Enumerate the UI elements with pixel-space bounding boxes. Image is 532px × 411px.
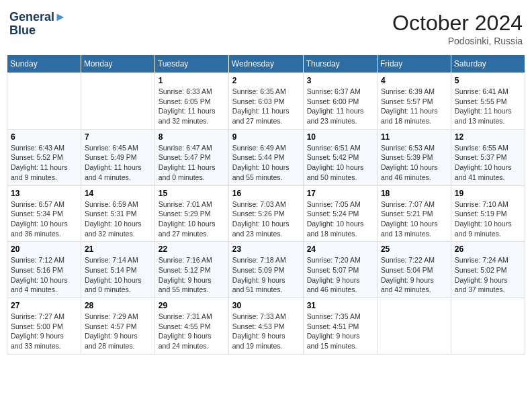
day-number: 8 [159, 132, 225, 142]
calendar-cell: 1Sunrise: 6:33 AM Sunset: 6:05 PM Daylig… [154, 73, 228, 130]
calendar-cell: 14Sunrise: 6:59 AM Sunset: 5:31 PM Dayli… [81, 185, 154, 242]
day-info: Sunrise: 6:35 AM Sunset: 6:03 PM Dayligh… [232, 87, 300, 126]
day-info: Sunrise: 7:03 AM Sunset: 5:26 PM Dayligh… [232, 199, 300, 239]
day-number: 2 [232, 76, 300, 85]
day-info: Sunrise: 7:27 AM Sunset: 5:00 PM Dayligh… [11, 312, 77, 351]
calendar-cell: 17Sunrise: 7:05 AM Sunset: 5:24 PM Dayli… [303, 185, 377, 242]
calendar-header-row: SundayMondayTuesdayWednesdayThursdayFrid… [7, 55, 525, 73]
calendar-header-friday: Friday [377, 55, 451, 73]
calendar-cell: 8Sunrise: 6:47 AM Sunset: 5:47 PM Daylig… [154, 129, 228, 185]
day-number: 12 [455, 132, 521, 142]
calendar-cell: 6Sunrise: 6:43 AM Sunset: 5:52 PM Daylig… [7, 129, 81, 185]
logo: General►Blue [9, 11, 66, 38]
calendar-cell [81, 73, 154, 130]
day-number: 3 [307, 76, 373, 85]
day-info: Sunrise: 6:57 AM Sunset: 5:34 PM Dayligh… [11, 199, 77, 239]
calendar-cell: 12Sunrise: 6:55 AM Sunset: 5:37 PM Dayli… [451, 129, 525, 185]
day-number: 13 [11, 189, 77, 198]
day-number: 14 [85, 189, 151, 198]
day-info: Sunrise: 7:12 AM Sunset: 5:16 PM Dayligh… [11, 255, 77, 295]
day-number: 18 [381, 189, 447, 198]
calendar-cell: 2Sunrise: 6:35 AM Sunset: 6:03 PM Daylig… [228, 73, 303, 130]
calendar-week-2: 6Sunrise: 6:43 AM Sunset: 5:52 PM Daylig… [7, 129, 525, 185]
day-number: 30 [232, 301, 300, 310]
calendar-cell: 7Sunrise: 6:45 AM Sunset: 5:49 PM Daylig… [81, 129, 154, 185]
calendar-cell: 26Sunrise: 7:24 AM Sunset: 5:02 PM Dayli… [451, 242, 525, 298]
calendar-cell: 4Sunrise: 6:39 AM Sunset: 5:57 PM Daylig… [377, 73, 451, 130]
day-info: Sunrise: 7:16 AM Sunset: 5:12 PM Dayligh… [159, 255, 225, 295]
day-info: Sunrise: 6:45 AM Sunset: 5:49 PM Dayligh… [85, 143, 151, 183]
calendar-header-wednesday: Wednesday [228, 55, 303, 73]
day-number: 31 [307, 301, 373, 310]
day-number: 25 [381, 244, 447, 254]
day-info: Sunrise: 7:05 AM Sunset: 5:24 PM Dayligh… [307, 199, 373, 239]
day-info: Sunrise: 6:51 AM Sunset: 5:42 PM Dayligh… [307, 143, 373, 183]
day-info: Sunrise: 7:10 AM Sunset: 5:19 PM Dayligh… [455, 199, 521, 239]
calendar-cell: 28Sunrise: 7:29 AM Sunset: 4:57 PM Dayli… [81, 298, 154, 355]
day-number: 20 [11, 244, 77, 254]
day-number: 4 [381, 76, 447, 85]
calendar-header-sunday: Sunday [7, 55, 81, 73]
day-number: 10 [307, 132, 373, 142]
calendar-cell [7, 73, 81, 130]
logo-text: General►Blue [9, 11, 66, 38]
calendar-header-tuesday: Tuesday [154, 55, 228, 73]
calendar-week-4: 20Sunrise: 7:12 AM Sunset: 5:16 PM Dayli… [7, 242, 525, 298]
day-number: 23 [232, 244, 300, 254]
day-info: Sunrise: 7:35 AM Sunset: 4:51 PM Dayligh… [307, 312, 373, 351]
calendar-cell: 13Sunrise: 6:57 AM Sunset: 5:34 PM Dayli… [7, 185, 81, 242]
day-number: 22 [159, 244, 225, 254]
day-info: Sunrise: 7:14 AM Sunset: 5:14 PM Dayligh… [85, 255, 151, 295]
calendar-cell: 18Sunrise: 7:07 AM Sunset: 5:21 PM Dayli… [377, 185, 451, 242]
day-number: 26 [455, 244, 521, 254]
day-number: 28 [85, 301, 151, 310]
calendar-week-5: 27Sunrise: 7:27 AM Sunset: 5:00 PM Dayli… [7, 298, 525, 355]
day-info: Sunrise: 6:37 AM Sunset: 6:00 PM Dayligh… [307, 87, 373, 126]
calendar-cell: 9Sunrise: 6:49 AM Sunset: 5:44 PM Daylig… [228, 129, 303, 185]
day-info: Sunrise: 7:24 AM Sunset: 5:02 PM Dayligh… [455, 255, 521, 295]
calendar-cell: 10Sunrise: 6:51 AM Sunset: 5:42 PM Dayli… [303, 129, 377, 185]
calendar-cell: 20Sunrise: 7:12 AM Sunset: 5:16 PM Dayli… [7, 242, 81, 298]
calendar-cell: 25Sunrise: 7:22 AM Sunset: 5:04 PM Dayli… [377, 242, 451, 298]
calendar-cell [377, 298, 451, 355]
day-info: Sunrise: 6:47 AM Sunset: 5:47 PM Dayligh… [159, 143, 225, 183]
day-number: 6 [11, 132, 77, 142]
day-number: 5 [455, 76, 521, 85]
calendar-cell: 30Sunrise: 7:33 AM Sunset: 4:53 PM Dayli… [228, 298, 303, 355]
calendar-week-3: 13Sunrise: 6:57 AM Sunset: 5:34 PM Dayli… [7, 185, 525, 242]
calendar-cell: 11Sunrise: 6:53 AM Sunset: 5:39 PM Dayli… [377, 129, 451, 185]
page-header: General►Blue October 2024 Podosinki, Rus… [7, 7, 525, 50]
calendar-cell: 19Sunrise: 7:10 AM Sunset: 5:19 PM Dayli… [451, 185, 525, 242]
day-info: Sunrise: 7:31 AM Sunset: 4:55 PM Dayligh… [159, 312, 225, 351]
calendar-cell: 31Sunrise: 7:35 AM Sunset: 4:51 PM Dayli… [303, 298, 377, 355]
calendar-cell: 5Sunrise: 6:41 AM Sunset: 5:55 PM Daylig… [451, 73, 525, 130]
month-title: October 2024 [392, 11, 523, 36]
day-number: 29 [159, 301, 225, 310]
calendar-cell [451, 298, 525, 355]
day-info: Sunrise: 7:20 AM Sunset: 5:07 PM Dayligh… [307, 255, 373, 295]
calendar-body: 1Sunrise: 6:33 AM Sunset: 6:05 PM Daylig… [7, 73, 525, 355]
day-info: Sunrise: 7:29 AM Sunset: 4:57 PM Dayligh… [85, 312, 151, 351]
location: Podosinki, Russia [392, 36, 523, 46]
day-info: Sunrise: 6:39 AM Sunset: 5:57 PM Dayligh… [381, 87, 447, 126]
day-info: Sunrise: 7:22 AM Sunset: 5:04 PM Dayligh… [381, 255, 447, 295]
calendar-cell: 3Sunrise: 6:37 AM Sunset: 6:00 PM Daylig… [303, 73, 377, 130]
day-info: Sunrise: 7:07 AM Sunset: 5:21 PM Dayligh… [381, 199, 447, 239]
calendar-header-saturday: Saturday [451, 55, 525, 73]
day-info: Sunrise: 6:53 AM Sunset: 5:39 PM Dayligh… [381, 143, 447, 183]
calendar-week-1: 1Sunrise: 6:33 AM Sunset: 6:05 PM Daylig… [7, 73, 525, 130]
calendar-cell: 23Sunrise: 7:18 AM Sunset: 5:09 PM Dayli… [228, 242, 303, 298]
day-info: Sunrise: 6:33 AM Sunset: 6:05 PM Dayligh… [159, 87, 225, 126]
calendar-header-monday: Monday [81, 55, 154, 73]
calendar-cell: 21Sunrise: 7:14 AM Sunset: 5:14 PM Dayli… [81, 242, 154, 298]
calendar-header-thursday: Thursday [303, 55, 377, 73]
day-number: 27 [11, 301, 77, 310]
calendar-cell: 24Sunrise: 7:20 AM Sunset: 5:07 PM Dayli… [303, 242, 377, 298]
day-info: Sunrise: 6:41 AM Sunset: 5:55 PM Dayligh… [455, 87, 521, 126]
day-info: Sunrise: 6:55 AM Sunset: 5:37 PM Dayligh… [455, 143, 521, 183]
day-info: Sunrise: 7:18 AM Sunset: 5:09 PM Dayligh… [232, 255, 300, 295]
day-number: 21 [85, 244, 151, 254]
day-number: 15 [159, 189, 225, 198]
day-number: 19 [455, 189, 521, 198]
day-number: 7 [85, 132, 151, 142]
